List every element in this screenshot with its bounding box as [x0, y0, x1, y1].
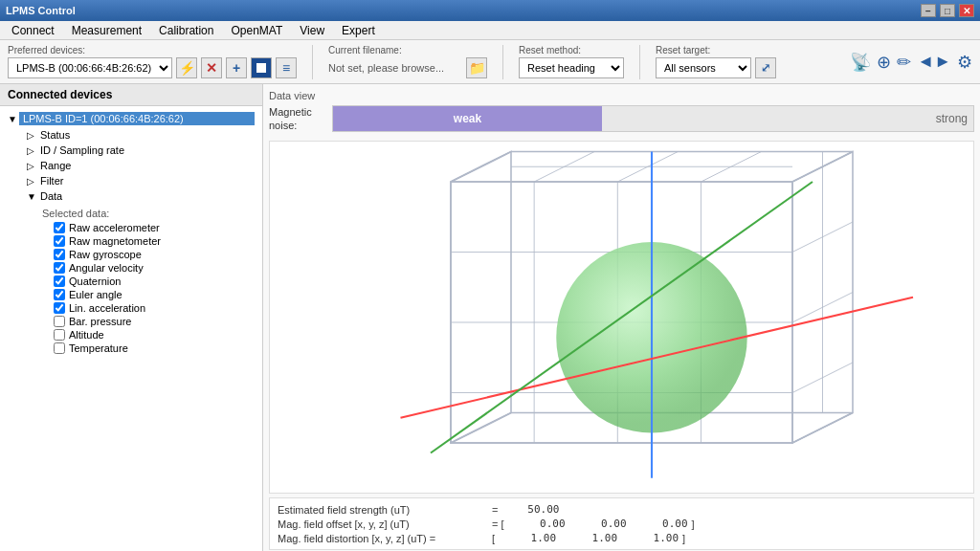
stats-val-offset-x: 0.00 — [508, 518, 566, 530]
main-area: Connected devices ▼ LPMS-B ID=1 (00:06:6… — [0, 84, 980, 551]
filter-arrow: ▷ — [27, 176, 38, 187]
cb-lin-acceleration[interactable]: Lin. acceleration — [8, 301, 255, 315]
stats-panel: Estimated field strength (uT) = 50.00 Ma… — [269, 497, 974, 550]
menu-calibration[interactable]: Calibration — [151, 22, 221, 39]
reset-target-row: All sensors ⤢ — [656, 57, 776, 78]
cb-raw-magnetometer[interactable]: Raw magnetometer — [8, 234, 255, 248]
status-arrow: ▷ — [27, 130, 38, 141]
stats-val-offset-z: 0.00 — [631, 518, 688, 530]
device-expand-arrow: ▼ — [8, 114, 17, 124]
tree-filter[interactable]: ▷ Filter — [8, 173, 255, 188]
data-label: Data — [40, 190, 62, 202]
menu-view[interactable]: View — [292, 22, 332, 39]
device-item[interactable]: ▼ LPMS-B ID=1 (00:06:66:4B:26:62) — [8, 110, 255, 127]
titlebar-controls: − □ ✕ — [921, 4, 974, 17]
stats-val-offset-y: 0.00 — [569, 518, 627, 530]
stats-val-field-strength: 50.00 — [501, 503, 559, 516]
stats-row-distortion: Mag. field distortion [x, y, z] (uT) = [… — [278, 531, 966, 545]
lightning-icon[interactable]: ⚡ — [176, 57, 197, 78]
stats-key-field-strength: Estimated field strength (uT) — [278, 504, 488, 516]
viz-area — [269, 141, 974, 495]
current-filename-label: Current filename: — [328, 45, 487, 55]
wifi-icon[interactable]: 📡 — [850, 52, 871, 73]
reset-target-label: Reset target: — [656, 45, 776, 55]
menubar: Connect Measurement Calibration OpenMAT … — [0, 21, 980, 40]
tree-data[interactable]: ▼ Data — [8, 188, 255, 204]
reset-target-select[interactable]: All sensors — [656, 57, 751, 78]
titlebar-title: LPMS Control — [6, 5, 76, 16]
status-label: Status — [40, 129, 70, 141]
noise-bar-fill: weak — [333, 106, 602, 131]
data-arrow: ▼ — [27, 191, 38, 202]
menu-connect[interactable]: Connect — [4, 22, 62, 39]
range-arrow: ▷ — [27, 161, 38, 171]
stats-val-distortion-z: 1.00 — [621, 532, 679, 544]
reset-target-section: Reset target: All sensors ⤢ — [656, 45, 776, 78]
sampling-label: ID / Sampling rate — [40, 144, 124, 156]
preferred-devices-select[interactable]: LPMS-B (00:06:66:4B:26:62) — [8, 57, 172, 78]
toolbar: Preferred devices: LPMS-B (00:06:66:4B:2… — [0, 40, 980, 84]
toolbar-divider-3 — [639, 45, 640, 79]
cube-visualization — [270, 142, 973, 494]
stats-key-distortion: Mag. field distortion [x, y, z] (uT) = — [278, 533, 488, 544]
reset-method-label: Reset method: — [519, 45, 624, 55]
cb-quaternion[interactable]: Quaternion — [8, 275, 255, 288]
minimize-button[interactable]: − — [921, 4, 936, 17]
noise-label: Magneticnoise: — [269, 105, 324, 133]
fullscreen-icon[interactable]: ⤢ — [755, 57, 776, 78]
range-label: Range — [40, 160, 71, 171]
filter-label: Filter — [40, 175, 63, 187]
toolbar-divider-1 — [312, 45, 313, 79]
menu-measurement[interactable]: Measurement — [64, 22, 149, 39]
reset-method-row: Reset heading — [519, 57, 624, 78]
edit-icon[interactable]: ✏ — [897, 52, 911, 73]
cb-euler-angle[interactable]: Euler angle — [8, 288, 255, 301]
close-button[interactable]: ✕ — [959, 4, 974, 17]
add-icon[interactable]: + — [226, 57, 247, 78]
browse-icon[interactable]: 📁 — [466, 57, 487, 78]
cb-raw-gyroscope[interactable]: Raw gyroscope — [8, 248, 255, 261]
sampling-arrow: ▷ — [27, 145, 38, 156]
maximize-button[interactable]: □ — [940, 4, 955, 17]
cb-raw-accelerometer[interactable]: Raw accelerometer — [8, 221, 255, 234]
stats-val-distortion-y: 1.00 — [560, 532, 617, 544]
connected-devices-header: Connected devices — [0, 84, 262, 106]
noise-bar-background: weak strong — [332, 105, 974, 132]
menu-openmat[interactable]: OpenMAT — [223, 22, 290, 39]
share-icon[interactable]: ◄► — [917, 52, 951, 73]
layers-icon[interactable]: ≡ — [276, 57, 297, 78]
preferred-devices-section: Preferred devices: LPMS-B (00:06:66:4B:2… — [8, 45, 297, 78]
current-filename-row: Not set, please browse... 📁 — [328, 57, 487, 78]
record-icon[interactable] — [251, 57, 272, 78]
tree-sampling[interactable]: ▷ ID / Sampling rate — [8, 143, 255, 158]
toolbar-divider-2 — [502, 45, 503, 79]
noise-weak-label: weak — [454, 112, 481, 125]
cb-temperature[interactable]: Temperature — [8, 342, 255, 355]
left-panel: Connected devices ▼ LPMS-B ID=1 (00:06:6… — [0, 84, 263, 551]
device-name: LPMS-B ID=1 (00:06:66:4B:26:62) — [19, 112, 255, 125]
tree-range[interactable]: ▷ Range — [8, 158, 255, 173]
disconnect-icon[interactable]: ✕ — [201, 57, 222, 78]
current-filename-value: Not set, please browse... — [328, 62, 462, 74]
cb-angular-velocity[interactable]: Angular velocity — [8, 261, 255, 275]
tree-status[interactable]: ▷ Status — [8, 127, 255, 143]
preferred-devices-row: LPMS-B (00:06:66:4B:26:62) ⚡ ✕ + ≡ — [8, 57, 297, 78]
target-icon[interactable]: ⊕ — [877, 52, 891, 73]
noise-strong-label: strong — [936, 112, 968, 125]
reset-method-select[interactable]: Reset heading — [519, 57, 624, 78]
menu-expert[interactable]: Expert — [334, 22, 383, 39]
reset-method-section: Reset method: Reset heading — [519, 45, 624, 78]
data-view-label: Data view — [269, 90, 974, 101]
right-icons: 📡 ⊕ ✏ ◄► ⚙ — [850, 52, 972, 73]
stats-row-field-strength: Estimated field strength (uT) = 50.00 — [278, 502, 966, 517]
selected-data-label: Selected data: — [8, 204, 255, 221]
right-panel: Data view Magneticnoise: weak strong — [263, 84, 980, 551]
stats-key-offset: Mag. field offset [x, y, z] (uT) — [278, 518, 488, 530]
cb-altitude[interactable]: Altitude — [8, 328, 255, 342]
settings-icon[interactable]: ⚙ — [957, 52, 972, 73]
preferred-devices-label: Preferred devices: — [8, 45, 297, 55]
stats-val-distortion-x: 1.00 — [499, 532, 556, 544]
cb-bar-pressure[interactable]: Bar. pressure — [8, 315, 255, 328]
titlebar: LPMS Control − □ ✕ — [0, 0, 980, 21]
noise-container: Magneticnoise: weak strong — [269, 105, 974, 133]
